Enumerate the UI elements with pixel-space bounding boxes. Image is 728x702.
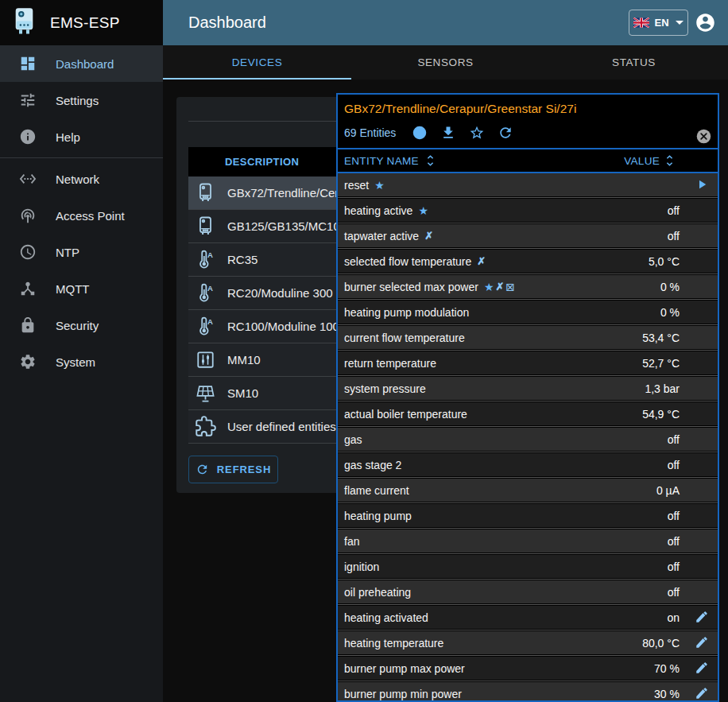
refresh-icon: [196, 463, 209, 476]
svg-text:A: A: [207, 250, 213, 259]
entity-row-actual-boiler-temperature: actual boiler temperature 54,9 °C: [338, 402, 718, 425]
sidebar-item-mqtt[interactable]: MQTT: [0, 270, 163, 307]
close-button[interactable]: [695, 128, 712, 145]
entity-value: 52,7 °C: [642, 357, 680, 370]
sidebar-item-security[interactable]: Security: [0, 307, 163, 343]
value-column[interactable]: VALUE: [624, 155, 660, 167]
entity-row-reset: reset ★: [338, 173, 718, 196]
edit-icon[interactable]: [695, 661, 711, 677]
entity-name: actual boiler temperature: [344, 408, 467, 421]
entity-value: 0 %: [660, 281, 680, 293]
entity-value: off: [668, 230, 680, 242]
sidebar-item-ntp[interactable]: NTP: [0, 234, 163, 270]
entity-name: return temperature: [344, 357, 436, 370]
edit-icon[interactable]: [695, 686, 711, 702]
entity-value: 5,0 °C: [649, 255, 680, 268]
favorite-star-icon: ★: [374, 180, 385, 191]
thermostat-icon: A: [195, 316, 216, 337]
svg-text:A: A: [207, 284, 213, 293]
favorites-star-icon[interactable]: [469, 125, 485, 141]
custom-entities-icon: [195, 416, 216, 437]
run-command-icon[interactable]: [695, 177, 711, 193]
entity-row-burner-pump-min-power: burner pump min power 30 %: [338, 682, 718, 702]
download-icon[interactable]: [440, 125, 456, 141]
boiler-icon: [195, 182, 216, 204]
entity-value: 0 µA: [656, 484, 680, 497]
info-icon[interactable]: [412, 125, 428, 141]
sidebar-item-help[interactable]: Help: [0, 118, 163, 155]
entity-value: off: [668, 560, 680, 573]
tab-devices[interactable]: DEVICES: [163, 45, 351, 80]
entity-value: 30 %: [654, 688, 680, 700]
entity-name: selected flow temperature: [344, 255, 471, 268]
sidebar-item-access-point[interactable]: Access Point: [0, 197, 163, 234]
entity-value: 1,3 bar: [645, 382, 680, 395]
dialog-toolbar: 69 Entities: [344, 125, 711, 141]
entity-flags: ★: [418, 205, 428, 216]
sidebar-item-settings[interactable]: Settings: [0, 82, 163, 118]
page-title: Dashboard: [188, 14, 266, 32]
entity-value: on: [667, 611, 680, 624]
refresh-button[interactable]: REFRESH: [188, 456, 278, 483]
sidebar-item-network[interactable]: Network: [0, 161, 163, 197]
account-button[interactable]: [695, 12, 716, 33]
language-selector[interactable]: EN: [629, 10, 688, 36]
thermostat-icon: A: [195, 282, 216, 304]
favorite-star-icon: ★: [484, 281, 494, 293]
entity-name: heating temperature: [344, 637, 443, 650]
close-icon: [695, 128, 712, 145]
help-icon: [19, 128, 37, 145]
settings-icon: [19, 91, 37, 109]
disabled-cross-icon: ✗: [424, 231, 433, 241]
entity-name-column[interactable]: ENTITY NAME: [344, 155, 419, 167]
entity-name: heating active: [344, 204, 412, 217]
entity-value: 0 %: [660, 306, 680, 319]
entity-rows: reset ★ heating active ★ off tapwater ac…: [338, 173, 718, 702]
edit-icon[interactable]: [695, 635, 711, 651]
system-icon: [19, 353, 37, 370]
entity-row-heating-active: heating active ★ off: [338, 199, 718, 222]
tab-sensors[interactable]: SENSORS: [351, 45, 540, 80]
sort-icon[interactable]: [665, 154, 674, 167]
account-icon: [695, 12, 716, 33]
entity-row-tapwater-active: tapwater active ✗ off: [338, 224, 718, 247]
chevron-down-icon: [676, 21, 683, 25]
ems-esp-app: EMS-ESP Dashboard Settings Help Network …: [0, 0, 728, 702]
entity-row-burner-pump-max-power: burner pump max power 70 %: [338, 657, 718, 680]
thermostat-icon: A: [195, 249, 216, 270]
excluded-box-icon: ⊠: [505, 281, 515, 293]
entity-row-current-flow-temperature: current flow temperature 53,4 °C: [338, 326, 718, 349]
entity-row-heating-temperature: heating temperature 80,0 °C: [338, 631, 718, 654]
access-point-icon: [19, 207, 37, 224]
disabled-cross-icon: ✗: [477, 256, 486, 266]
sidebar: EMS-ESP Dashboard Settings Help Network …: [0, 0, 163, 702]
entity-name: heating pump modulation: [344, 306, 469, 319]
uk-flag-icon: [633, 17, 649, 28]
app-name: EMS-ESP: [50, 14, 120, 32]
network-icon: [19, 170, 37, 188]
boiler-icon: [195, 215, 216, 237]
entity-row-heating-pump: heating pump off: [338, 504, 718, 527]
entity-flags: ★: [374, 180, 385, 191]
favorite-star-icon: ★: [418, 205, 428, 216]
sort-icon[interactable]: [426, 154, 435, 167]
entity-name: flame current: [344, 484, 409, 497]
entity-row-oil-preheating: oil preheating off: [338, 580, 718, 603]
entity-name: system pressure: [344, 382, 426, 395]
entity-row-burner-selected-max-power: burner selected max power ★✗⊠ 0 %: [338, 275, 718, 298]
entity-name: gas stage 2: [344, 459, 401, 471]
dialog-title: GBx72/Trendline/Cerapur/Greenstar Si/27i: [344, 102, 711, 116]
sidebar-item-system[interactable]: System: [0, 343, 163, 380]
entity-name: burner selected max power: [344, 281, 478, 293]
entity-value: off: [668, 459, 680, 471]
entity-row-fan: fan off: [338, 529, 718, 553]
entity-table-header: ENTITY NAME VALUE: [338, 148, 718, 173]
sidebar-item-dashboard[interactable]: Dashboard: [0, 45, 163, 82]
entity-value: 70 %: [654, 662, 680, 675]
entity-row-heating-pump-modulation: heating pump modulation 0 %: [338, 301, 718, 324]
sidebar-nav: Dashboard Settings Help Network Access P…: [0, 45, 163, 380]
edit-icon[interactable]: [695, 610, 711, 626]
refresh-icon[interactable]: [498, 125, 513, 141]
entity-value: 54,9 °C: [642, 408, 680, 421]
tab-status[interactable]: STATUS: [540, 45, 728, 80]
